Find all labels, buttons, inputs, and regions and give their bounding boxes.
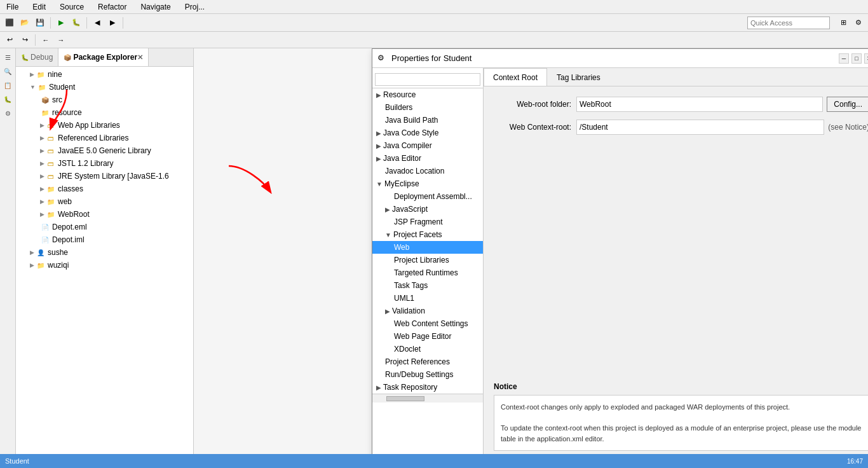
quick-access-input[interactable]	[747, 17, 830, 29]
tree-item-javaee[interactable]: ▶ 🗃 JavaEE 5.0 Generic Library	[17, 144, 192, 157]
web-context-input[interactable]	[576, 120, 824, 135]
nav-item-java-build-path[interactable]: Java Build Path	[372, 114, 483, 127]
toolbar-back-btn[interactable]: ◀	[90, 16, 104, 30]
config-button[interactable]: Config...	[827, 97, 868, 112]
nav-item-validation[interactable]: ▶ Validation	[372, 305, 483, 317]
nav-item-task-tags[interactable]: Task Tags	[372, 279, 483, 292]
dialog-form: Web-root folder: Config... Web Context-r…	[484, 86, 868, 382]
dialog-nav-scrollthumb[interactable]	[386, 396, 424, 401]
nav-item-jsp-fragment[interactable]: JSP Fragment	[372, 216, 483, 228]
left-icon-1[interactable]: ☰	[1, 51, 14, 64]
folder-icon: 📁	[36, 69, 46, 79]
nav-item-project-references[interactable]: Project References	[372, 355, 483, 368]
nav-item-myeclipse[interactable]: ▼ MyEclipse	[372, 177, 483, 190]
jre-icon: 🗃	[46, 171, 56, 181]
nav-item-uml1[interactable]: UML1	[372, 292, 483, 305]
package-explorer-tab[interactable]: 📦 Package Explorer ✕	[58, 48, 149, 66]
dialog-nav-scrollbar[interactable]	[372, 394, 483, 403]
nav-item-javascript[interactable]: ▶ JavaScript	[372, 203, 483, 216]
resource-icon: 📁	[40, 107, 50, 118]
nav-item-builders[interactable]: Builders	[372, 101, 483, 114]
dialog-close-btn[interactable]: ✕	[864, 53, 868, 64]
tree-item-jre[interactable]: ▶ 🗃 JRE System Library [JavaSE-1.6	[17, 170, 192, 182]
jstl-icon: 🗃	[46, 158, 56, 169]
dialog-maximize-btn[interactable]: □	[851, 53, 862, 64]
web-root-input[interactable]	[576, 97, 823, 112]
debug-tab[interactable]: 🐛 Debug	[16, 48, 58, 66]
panel-tabs: 🐛 Debug 📦 Package Explorer ✕	[16, 48, 193, 67]
toolbar2-btn4[interactable]: →	[54, 33, 68, 47]
nav-search-input[interactable]	[375, 73, 480, 86]
menu-refactor[interactable]: Refactor	[94, 1, 130, 13]
tree-item-jstl[interactable]: ▶ 🗃 JSTL 1.2 Library	[17, 157, 192, 170]
menu-file[interactable]: File	[3, 1, 22, 13]
toolbar2-btn1[interactable]: ↩	[3, 33, 17, 47]
nav-item-web-content-settings[interactable]: Web Content Settings	[372, 317, 483, 330]
nav-item-java-editor[interactable]: ▶ Java Editor	[372, 152, 483, 165]
tree-item-src[interactable]: 📦 src	[17, 93, 192, 106]
nav-item-project-facets[interactable]: ▼ Project Facets	[372, 228, 483, 241]
nav-item-resource[interactable]: ▶ Resource	[372, 88, 483, 101]
panel-close-btn[interactable]: ✕	[137, 53, 143, 62]
toolbar-debug-btn[interactable]: 🐛	[69, 16, 83, 30]
menu-edit[interactable]: Edit	[29, 1, 50, 13]
nav-arrow-task-repo: ▶	[376, 384, 381, 391]
left-icon-3[interactable]: 📋	[1, 79, 14, 92]
toolbar-perspective-btn[interactable]: ⊞	[836, 16, 850, 30]
tree-item-webapp-libs[interactable]: ▶ 🗃 Web App Libraries	[17, 119, 192, 132]
toolbar-settings-btn[interactable]: ⚙	[851, 16, 865, 30]
dialog-minimize-btn[interactable]: ─	[839, 53, 849, 64]
toolbar2-btn2[interactable]: ↪	[18, 33, 32, 47]
nav-item-web-page-editor[interactable]: Web Page Editor	[372, 330, 483, 343]
toolbar-save-btn[interactable]: 💾	[33, 16, 47, 30]
nav-arrow-compiler: ▶	[376, 142, 381, 149]
menu-bar: File Edit Source Refactor Navigate Proj.…	[0, 0, 868, 14]
nav-item-project-libraries[interactable]: Project Libraries	[372, 254, 483, 266]
nav-item-java-compiler[interactable]: ▶ Java Compiler	[372, 139, 483, 152]
dialog-title-icon: ⚙	[377, 53, 388, 64]
dialog-body: ▶ Resource Builders Java Build Path	[372, 68, 868, 454]
nav-item-xdoclet[interactable]: XDoclet	[372, 343, 483, 355]
left-icon-4[interactable]: 🐛	[1, 93, 14, 106]
tree-item-resource[interactable]: 📁 resource	[17, 106, 192, 119]
tree-item-ref-libs[interactable]: ▶ 🗃 Referenced Libraries	[17, 132, 192, 144]
toolbar-new-btn[interactable]: ⬛	[3, 16, 17, 30]
tree-item-depot-eml[interactable]: 📄 Depot.eml	[17, 221, 192, 233]
nav-item-java-code-style[interactable]: ▶ Java Code Style	[372, 127, 483, 139]
tree-item-webroot[interactable]: ▶ 📁 WebRoot	[17, 208, 192, 221]
tab-context-root[interactable]: Context Root	[484, 68, 547, 86]
toolbar2-btn3[interactable]: ←	[39, 33, 53, 47]
left-icon-5[interactable]: ⚙	[1, 107, 14, 120]
nav-item-javadoc[interactable]: Javadoc Location	[372, 165, 483, 177]
tree-item-depot-iml[interactable]: 📄 Depot.iml	[17, 233, 192, 246]
status-time: 16:47	[847, 458, 863, 465]
tree-item-sushe[interactable]: ▶ 👤 sushe	[17, 246, 192, 259]
nav-item-deployment-assembly[interactable]: Deployment Assembl...	[372, 190, 483, 203]
tree-item-web[interactable]: ▶ 📁 web	[17, 195, 192, 208]
tree-item-nine[interactable]: ▶ 📁 nine	[17, 68, 192, 81]
toolbar-run-btn[interactable]: ▶	[54, 16, 68, 30]
nav-item-targeted-runtimes[interactable]: Targeted Runtimes	[372, 266, 483, 279]
web-root-row: Web-root folder: Config...	[494, 97, 868, 112]
left-icon-2[interactable]: 🔍	[1, 65, 14, 78]
toolbar-open-btn[interactable]: 📂	[18, 16, 32, 30]
nav-arrow-myeclipse: ▼	[376, 181, 383, 188]
nav-arrow-validation: ▶	[385, 308, 390, 315]
tab-tag-libraries[interactable]: Tag Libraries	[547, 68, 610, 86]
tree-item-student[interactable]: ▼ 📁 Student →	[17, 81, 192, 93]
annotation-arrow-web	[226, 163, 276, 203]
toolbar-fwd-btn[interactable]: ▶	[105, 16, 119, 30]
tree-item-classes[interactable]: ▶ 📁 classes	[17, 182, 192, 195]
web-context-label: Web Context-root:	[494, 123, 576, 132]
nav-item-run-debug[interactable]: Run/Debug Settings	[372, 368, 483, 381]
nav-item-web[interactable]: → Web	[372, 241, 483, 254]
notice-text-2: To update the context-root when this pro…	[501, 423, 862, 444]
menu-source[interactable]: Source	[56, 1, 88, 13]
menu-project[interactable]: Proj...	[181, 1, 208, 13]
tree-item-wuziqi[interactable]: ▶ 📁 wuziqi	[17, 259, 192, 272]
toolbar-sep-2	[86, 17, 87, 29]
menu-navigate[interactable]: Navigate	[137, 1, 174, 13]
status-text: Student	[5, 457, 29, 465]
nav-item-task-repository[interactable]: ▶ Task Repository	[372, 381, 483, 394]
src-icon: 📦	[40, 95, 50, 105]
